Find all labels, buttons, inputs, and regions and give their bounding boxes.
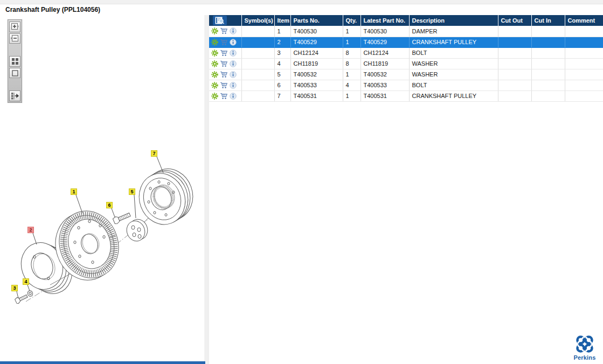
cell-symbols[interactable] [241,37,274,47]
table-row[interactable]: 7T4005311T400531CRANKSHAFT PULLEY [209,90,603,101]
gear-icon[interactable] [211,60,218,67]
zoom-in-button[interactable] [9,22,20,32]
cart-icon[interactable] [220,50,228,57]
cell-qty[interactable]: 1 [343,69,361,80]
cell-qty[interactable]: 1 [343,37,361,47]
cart-icon[interactable] [220,93,228,100]
cell-description[interactable]: CRANKSHAFT PULLEY [409,37,498,47]
cell-comment[interactable] [565,80,603,90]
cell-cut-out[interactable] [498,90,531,101]
callout-1[interactable]: 1 [71,188,77,195]
cell-item[interactable]: 7 [274,90,290,101]
cell-symbols[interactable] [241,80,274,90]
info-icon[interactable] [230,71,237,78]
info-icon[interactable] [230,50,237,57]
cell-latest-part-no[interactable]: T400529 [361,37,409,47]
gear-icon[interactable] [211,39,218,46]
cell-symbols[interactable] [241,69,274,80]
table-row[interactable]: 4CH118198CH11819WASHER [209,58,603,69]
cell-description[interactable]: WASHER [409,58,498,69]
cell-description[interactable]: DAMPER [409,26,498,37]
cell-item[interactable]: 3 [274,47,290,58]
cell-item[interactable]: 4 [274,58,290,69]
cell-comment[interactable] [565,69,603,80]
info-icon[interactable] [230,27,237,34]
cell-latest-part-no[interactable]: CH12124 [361,47,409,58]
cell-comment[interactable] [565,47,603,58]
cell-item[interactable]: 2 [274,37,290,47]
cell-cut-in[interactable] [531,37,565,47]
cell-description[interactable]: WASHER [409,69,498,80]
cell-parts-no[interactable]: CH12124 [290,47,343,58]
cart-icon[interactable] [220,71,228,78]
cart-icon[interactable] [220,39,228,46]
cell-cut-out[interactable] [498,69,531,80]
cell-parts-no[interactable]: T400533 [290,80,343,90]
gear-icon[interactable] [211,27,218,34]
gear-icon[interactable] [211,82,218,89]
zoom-out-button[interactable] [9,33,20,44]
cell-latest-part-no[interactable]: T400531 [361,90,409,101]
cell-cut-out[interactable] [498,47,531,58]
cell-description[interactable]: CRANKSHAFT PULLEY [409,90,498,101]
gear-icon[interactable] [211,93,218,100]
cell-comment[interactable] [565,26,603,37]
actual-size-button[interactable] [9,68,20,79]
cell-cut-in[interactable] [531,80,565,90]
callout-4[interactable]: 4 [23,278,29,285]
callout-2-selected[interactable]: 2 [27,227,34,233]
gear-icon[interactable] [211,50,218,57]
table-row[interactable]: 2T4005291T400529CRANKSHAFT PULLEY [209,37,603,47]
cell-latest-part-no[interactable]: T400530 [361,26,409,37]
cell-comment[interactable] [565,58,603,69]
cell-qty[interactable]: 8 [343,58,361,69]
info-icon[interactable] [230,93,237,100]
info-icon[interactable] [230,39,237,46]
cell-cut-in[interactable] [531,58,565,69]
cell-cut-in[interactable] [531,47,565,58]
cell-description[interactable]: BOLT [409,47,498,58]
table-row[interactable]: 3CH121248CH12124BOLT [209,47,603,58]
diagram-horizontal-scrollbar[interactable] [0,361,205,364]
column-header-preview[interactable] [209,15,241,26]
cell-comment[interactable] [565,90,603,101]
cell-symbols[interactable] [241,90,274,101]
cell-cut-in[interactable] [531,69,565,80]
cell-parts-no[interactable]: CH11819 [290,58,343,69]
cell-symbols[interactable] [241,26,274,37]
exploded-view-canvas[interactable]: 1 2 3 4 5 6 7 [0,15,205,364]
cart-icon[interactable] [220,60,228,67]
cell-item[interactable]: 1 [274,26,290,37]
cell-cut-out[interactable] [498,58,531,69]
table-row[interactable]: 5T4005321T400532WASHER [209,69,603,80]
table-row[interactable]: 6T4005334T400533BOLT [209,80,603,90]
cell-description[interactable]: BOLT [409,80,498,90]
cell-latest-part-no[interactable]: T400532 [361,69,409,80]
cell-parts-no[interactable]: T400530 [290,26,343,37]
cell-cut-in[interactable] [531,26,565,37]
cell-item[interactable]: 6 [274,80,290,90]
cell-latest-part-no[interactable]: T400533 [361,80,409,90]
callout-3[interactable]: 3 [11,285,18,291]
cart-icon[interactable] [220,27,228,34]
cell-qty[interactable]: 8 [343,47,361,58]
cell-symbols[interactable] [241,47,274,58]
callout-5[interactable]: 5 [129,188,135,195]
info-icon[interactable] [230,60,237,67]
cell-symbols[interactable] [241,58,274,69]
callout-6[interactable]: 6 [106,202,113,208]
callout-7[interactable]: 7 [151,150,157,157]
cell-cut-out[interactable] [498,26,531,37]
cell-item[interactable]: 5 [274,69,290,80]
info-icon[interactable] [230,82,237,89]
cell-parts-no[interactable]: T400529 [290,37,343,47]
gear-icon[interactable] [211,71,218,78]
cell-cut-out[interactable] [498,80,531,90]
cell-parts-no[interactable]: T400531 [290,90,343,101]
cell-cut-in[interactable] [531,90,565,101]
cart-icon[interactable] [220,82,228,89]
cell-parts-no[interactable]: T400532 [290,69,343,80]
cell-qty[interactable]: 4 [343,80,361,90]
cell-latest-part-no[interactable]: CH11819 [361,58,409,69]
table-row[interactable]: 1T4005301T400530DAMPER [209,26,603,37]
